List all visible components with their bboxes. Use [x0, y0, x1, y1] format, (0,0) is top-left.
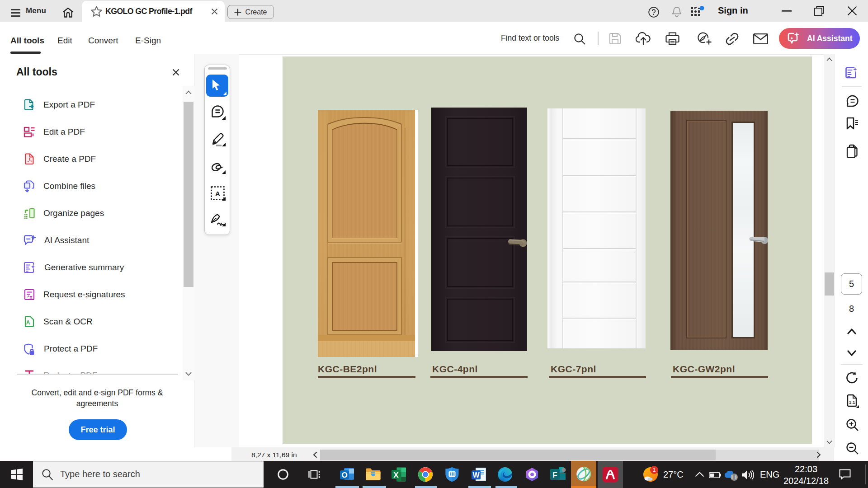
svg-text:A: A [215, 190, 220, 197]
svg-text:1:1: 1:1 [849, 400, 855, 405]
svg-text:O: O [341, 471, 347, 479]
svg-text:X: X [393, 471, 399, 479]
svg-text:A: A [26, 319, 30, 326]
svg-text:W: W [472, 471, 480, 479]
svg-text:F: F [552, 471, 557, 479]
